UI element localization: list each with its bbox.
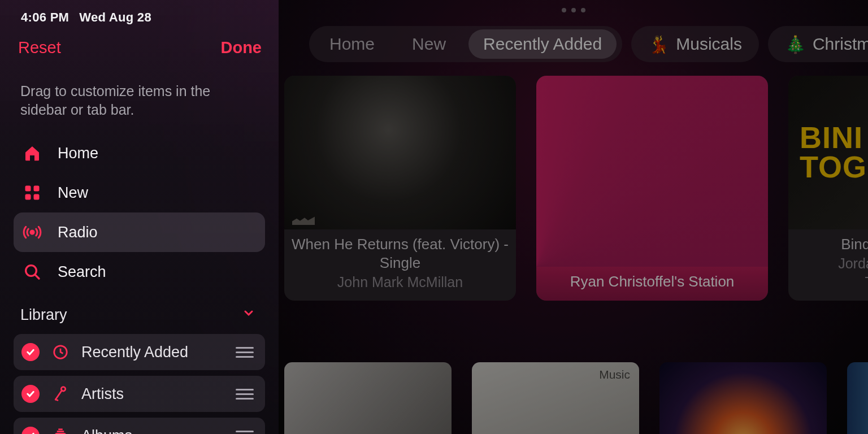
sidebar-item-radio[interactable]: Radio [14,212,265,252]
edit-instruction: Drag to customize items in the sidebar o… [8,57,246,119]
library-item-label: Recently Added [81,344,224,361]
drag-handle-icon[interactable] [236,347,257,358]
nav-label: New [58,184,88,202]
nav-label: Radio [58,224,98,241]
status-bar: 4:06 PM Wed Aug 28 [8,7,270,25]
sidebar-item-new[interactable]: New [14,173,265,212]
search-icon [21,263,43,281]
radio-icon [21,222,43,242]
drag-handle-icon[interactable] [236,389,257,400]
check-icon[interactable] [21,343,40,361]
svg-rect-0 [25,186,31,192]
svg-point-4 [31,231,34,234]
mic-icon [51,385,70,402]
grid-icon [21,184,43,201]
sidebar-item-search[interactable]: Search [14,252,265,292]
library-item-albums[interactable]: Albums [14,418,265,434]
library-list: Recently Added Artists [8,324,270,434]
dim-overlay [279,0,868,434]
nav-label: Search [58,263,106,281]
status-date: Wed Aug 28 [79,10,151,25]
edit-topbar: Reset Done [8,25,270,57]
stack-icon [51,427,70,434]
sidebar-item-home[interactable]: Home [14,133,265,173]
svg-rect-3 [34,194,40,200]
sidebar-nav-list: Home New Radio Search [8,119,270,292]
library-header-label: Library [20,306,67,324]
reset-button[interactable]: Reset [18,38,61,57]
home-icon [21,144,43,162]
sidebar: 4:06 PM Wed Aug 28 Reset Done Drag to cu… [0,0,279,434]
library-section-header[interactable]: Library [8,292,270,324]
svg-line-6 [35,275,39,279]
main-content: Home New Recently Added 💃 Musicals 🎄 Chr… [279,0,868,434]
svg-rect-1 [34,186,40,192]
clock-icon [51,344,70,361]
drag-handle-icon[interactable] [236,431,257,435]
library-item-artists[interactable]: Artists [14,376,265,412]
library-item-label: Artists [81,385,224,403]
check-icon[interactable] [21,427,40,434]
library-item-recently-added[interactable]: Recently Added [14,334,265,370]
check-icon[interactable] [21,385,40,403]
svg-rect-2 [25,194,31,200]
svg-line-10 [55,400,58,400]
chevron-down-icon [242,306,255,324]
library-item-label: Albums [81,427,224,435]
svg-line-9 [55,390,62,400]
status-time: 4:06 PM [21,10,69,25]
nav-label: Home [58,145,98,162]
done-button[interactable]: Done [221,38,262,57]
